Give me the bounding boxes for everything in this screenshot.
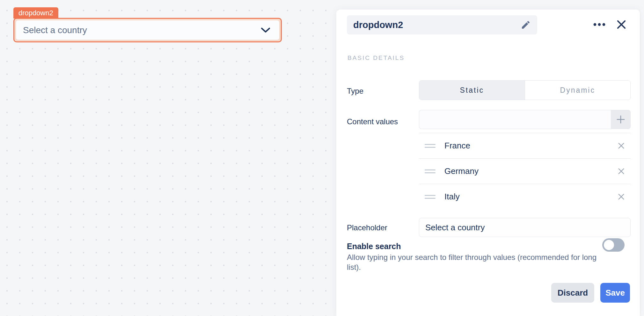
enable-search-label: Enable search: [347, 242, 401, 251]
panel-right-gutter: [640, 10, 644, 316]
pencil-icon[interactable]: [521, 20, 531, 30]
dropdown-placeholder-text: Select a country: [23, 25, 261, 35]
add-value-button[interactable]: [611, 110, 631, 129]
new-content-value-input[interactable]: [419, 110, 611, 129]
type-segmented-control: Static Dynamic: [419, 80, 631, 100]
more-options-icon[interactable]: [593, 23, 606, 26]
value-row-germany: Germany: [419, 158, 631, 184]
value-label: France: [444, 141, 616, 151]
panel-title: dropdown2: [353, 20, 521, 30]
value-row-italy: Italy: [419, 184, 631, 209]
chevron-down-icon: [261, 27, 270, 33]
widget-properties-panel: dropdown2 BASIC DETAILS Type Static Dyna…: [336, 10, 640, 316]
drag-handle-icon[interactable]: [425, 169, 436, 173]
type-label: Type: [347, 87, 363, 96]
type-option-static[interactable]: Static: [419, 81, 525, 100]
remove-value-button[interactable]: [616, 140, 627, 151]
content-values-list: France Germany Italy: [419, 133, 631, 209]
placeholder-input[interactable]: [419, 218, 631, 237]
widget-name-tag: dropdown2: [13, 7, 58, 18]
drag-handle-icon[interactable]: [425, 144, 436, 148]
save-button[interactable]: Save: [600, 283, 630, 303]
type-option-dynamic[interactable]: Dynamic: [525, 81, 631, 100]
close-icon[interactable]: [616, 19, 627, 30]
remove-value-button[interactable]: [616, 191, 627, 202]
dropdown-widget-selected[interactable]: Select a country: [13, 18, 282, 42]
value-label: Italy: [444, 192, 616, 202]
value-row-france: France: [419, 133, 631, 158]
enable-search-toggle[interactable]: [602, 238, 625, 252]
section-header-basic-details: BASIC DETAILS: [348, 54, 405, 61]
discard-button[interactable]: Discard: [551, 283, 594, 303]
content-values-label: Content values: [347, 117, 398, 126]
placeholder-label: Placeholder: [347, 223, 387, 232]
dropdown-select[interactable]: Select a country: [16, 20, 279, 40]
drag-handle-icon[interactable]: [425, 195, 436, 199]
enable-search-description: Allow typing in your search to filter th…: [347, 252, 599, 272]
plus-icon: [616, 115, 626, 124]
value-label: Germany: [444, 166, 616, 176]
remove-value-button[interactable]: [616, 166, 627, 177]
widget-title-box[interactable]: dropdown2: [347, 15, 537, 34]
toggle-knob: [604, 240, 614, 250]
